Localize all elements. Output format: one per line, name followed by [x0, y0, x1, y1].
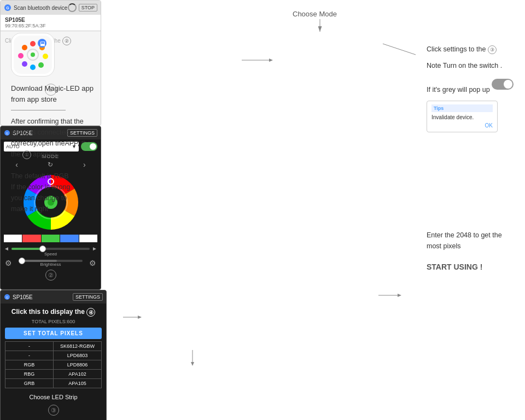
circle-1-inline: ① — [22, 150, 31, 159]
arrow-head-1 — [269, 59, 273, 62]
s3-circle-num: ③ — [1, 404, 106, 417]
stop-button[interactable]: STOP — [79, 4, 97, 11]
table-row: - SK6812-RGBW — [5, 342, 101, 351]
s2-brightness-knob[interactable] — [19, 258, 25, 264]
s2-circle-num: ② — [45, 270, 56, 281]
color-bar-white — [4, 235, 22, 242]
device-mac: 99:70:65:2F:5A:3F — [5, 23, 96, 28]
s2-toggle[interactable] — [81, 142, 97, 151]
invalidate-popup: Tips Invalidate device. OK — [427, 101, 498, 132]
s2-speed-fill — [11, 248, 43, 250]
color-bar-blue — [60, 235, 78, 242]
svg-point-4 — [38, 62, 44, 68]
table-cell-5-2: APA105 — [54, 379, 101, 388]
svg-text:G: G — [6, 296, 9, 299]
choose-mode-label: Choose Mode — [293, 10, 337, 18]
s2-color-bars — [4, 235, 97, 242]
table-cell-2-1: - — [5, 351, 54, 360]
table-cell-1-2: SK6812-RGBW — [54, 342, 101, 351]
table-cell-5-1: GRB — [5, 379, 54, 388]
divider — [11, 110, 66, 110]
enter-2048-text: Enter the 2048 to get the most pixels — [427, 230, 514, 252]
s2-speed-slider[interactable] — [11, 247, 90, 251]
bottom-right-panel: Enter the 2048 to get the most pixels ST… — [427, 230, 514, 271]
table-row: - LPD6803 — [5, 351, 101, 360]
s2-brightness-area: Brightness — [15, 260, 86, 267]
arrow-head-s4-right — [398, 294, 401, 297]
s2-speed-right[interactable]: ► — [92, 246, 97, 252]
circle-3-right: ③ — [488, 45, 497, 54]
download-text: Download Magic-LED app from app store — [11, 83, 96, 104]
table-cell-3-1: RGB — [5, 360, 54, 369]
toggle-grey-knob — [504, 80, 512, 89]
svg-point-6 — [22, 61, 27, 67]
s3-pixels-label: TOTAL PIXELS:600 — [1, 318, 106, 325]
s2-circle-num-container: ② — [1, 269, 101, 282]
left-panel: ⬓ Download Magic-LED app from app store … — [11, 33, 96, 214]
svg-point-5 — [30, 65, 36, 70]
right-panel: Click settings to the ③ Note Turn on the… — [427, 44, 514, 132]
after-text: After confirming that the wiring is conn… — [11, 116, 96, 160]
device-name: SP105E — [5, 17, 96, 23]
table-cell-3-2: LPD8806 — [54, 360, 101, 369]
table-row: GRB APA105 — [5, 379, 101, 388]
s3-title: SP105E — [13, 294, 33, 300]
svg-point-7 — [18, 53, 24, 59]
app-icon: ⬓ — [11, 33, 55, 77]
s3-led-table: - SK6812-RGBW - LPD6803 RGB LPD8806 RBG … — [5, 341, 102, 388]
s3-circle4: ④ — [86, 308, 95, 317]
s2-toggle-knob — [90, 143, 96, 150]
table-cell-4-2: APA102 — [54, 370, 101, 378]
s2-speed-track — [11, 248, 90, 250]
svg-text:⬓: ⬓ — [40, 40, 45, 46]
s3-set-total-pixels-button[interactable]: SET TOTAL PIXELS — [5, 328, 102, 339]
s2-gear-icon-right[interactable]: ⚙ — [89, 259, 96, 267]
s3-click-text: Click this to display the ④ — [1, 304, 106, 318]
screen1-header: G Scan bluetooth device STOP — [1, 1, 101, 15]
table-cell-1-1: - — [5, 342, 54, 351]
device-item[interactable]: SP105E 99:70:65:2F:5A:3F — [1, 15, 101, 31]
svg-text:G: G — [6, 132, 9, 135]
s2-gear-icon[interactable]: ⚙ — [5, 259, 12, 267]
app-icon-svg: ⬓ — [14, 36, 52, 74]
s2-speed-left[interactable]: ◄ — [4, 246, 9, 252]
note-turn-text: Note Turn on the switch . — [427, 60, 514, 71]
table-cell-2-2: LPD6803 — [54, 351, 101, 360]
magic-led-icon: G — [4, 4, 11, 11]
table-row: RGB LPD8806 — [5, 360, 101, 370]
table-row: RBG APA102 — [5, 370, 101, 379]
s2-speed-knob[interactable] — [39, 246, 46, 252]
svg-point-1 — [30, 41, 36, 46]
svg-point-8 — [22, 45, 27, 50]
click-settings-text: Click settings to the ③ — [427, 44, 514, 55]
s2-speed-row: ◄ ► Speed — [1, 244, 101, 258]
invalidate-ok-button[interactable]: OK — [431, 122, 493, 129]
invalidate-msg: Invalidate device. — [431, 114, 493, 120]
s3-choose-led-text: Choose LED Strip — [1, 390, 106, 404]
arrow-head-left-s3 — [138, 316, 142, 319]
color-bar-red — [22, 235, 40, 242]
s2-brightness-label: Brightness — [15, 262, 86, 267]
circle-num-3: ③ — [48, 405, 59, 416]
screen3-settings: G SP105E SETTINGS Click this to display … — [0, 290, 107, 420]
table-cell-4-1: RBG — [5, 370, 54, 378]
svg-point-12 — [31, 52, 35, 57]
s3-settings-button[interactable]: SETTINGS — [73, 293, 103, 301]
s2-app-icon: G — [4, 130, 10, 136]
toggle-grey-icon — [492, 79, 514, 90]
color-bar-white2 — [79, 235, 97, 242]
scan-animation — [68, 3, 77, 12]
if-grey-text: If it's grey will pop up — [427, 77, 514, 95]
s3-header: G SP105E SETTINGS — [1, 290, 106, 304]
s3-header-left: G SP105E — [4, 294, 33, 300]
svg-point-3 — [43, 54, 48, 59]
arrow-head-choose-led — [191, 362, 194, 366]
s3-app-icon: G — [4, 294, 10, 300]
rgb-default-text: The default is RGBIf the color is wrongy… — [11, 171, 96, 214]
screen1-title: Scan bluetooth device — [14, 5, 67, 11]
s2-brightness-slider[interactable] — [19, 260, 83, 262]
svg-text:G: G — [6, 6, 9, 10]
start-using-text: START USING ! — [427, 262, 514, 271]
s2-speed-label: Speed — [4, 252, 97, 256]
arrow-settings-annotation — [383, 44, 416, 55]
